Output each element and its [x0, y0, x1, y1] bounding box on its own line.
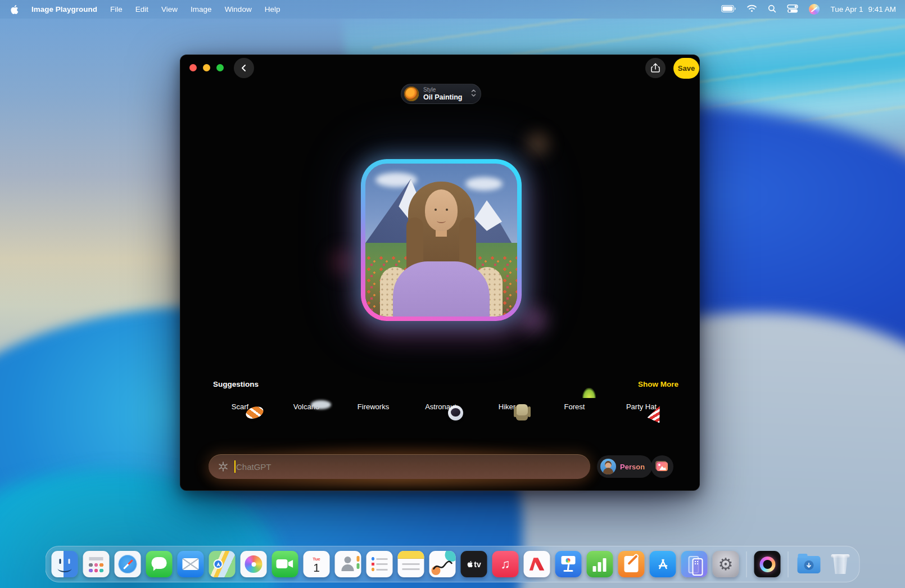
cloud [465, 177, 503, 191]
share-button[interactable] [645, 58, 666, 78]
search-icon[interactable] [768, 4, 776, 15]
suggestion-hiker[interactable]: Hiker [479, 398, 535, 411]
wifi-icon[interactable] [746, 4, 757, 14]
dock: Tue 1 tv ♫ ⚙ [46, 546, 860, 582]
suggestion-scarf[interactable]: Scarf [212, 398, 268, 411]
menu-image[interactable]: Image [191, 5, 212, 13]
window-minimize-button[interactable] [203, 64, 210, 71]
chevron-up-down-icon [471, 89, 476, 99]
calendar-day: 1 [313, 562, 320, 573]
dock-keynote-icon[interactable] [555, 551, 582, 577]
chevron-left-icon [240, 64, 248, 72]
text-caret [234, 460, 236, 473]
menu-edit[interactable]: Edit [135, 5, 148, 13]
download-arrow-icon [806, 562, 812, 569]
dock-reminders-icon[interactable] [366, 551, 393, 577]
menu-app-name[interactable]: Image Playground [31, 5, 97, 13]
suggestion-party-hat[interactable]: Party Hat [613, 398, 669, 411]
photos-icon [657, 462, 668, 471]
dock-safari-icon[interactable] [115, 551, 141, 577]
apple-menu-icon[interactable] [10, 4, 19, 15]
dock-facetime-icon[interactable] [272, 551, 298, 577]
control-center-icon[interactable] [787, 4, 798, 15]
person-chip-label: Person [620, 463, 645, 471]
dock-app-store-icon[interactable] [650, 551, 676, 577]
dock-messages-icon[interactable] [146, 551, 173, 577]
menu-clock[interactable]: Tue Apr 1 9:41 AM [830, 5, 896, 13]
dock-divider [788, 551, 789, 577]
canvas-sparkle [331, 249, 356, 275]
dock-maps-icon[interactable] [209, 551, 236, 577]
dock-contacts-icon[interactable] [335, 551, 361, 577]
dock-divider [746, 551, 747, 577]
menu-window[interactable]: Window [225, 5, 252, 13]
dock-downloads-icon[interactable] [796, 551, 822, 577]
style-picker-label: Style [423, 87, 467, 93]
dock-calendar-icon[interactable]: Tue 1 [304, 551, 330, 577]
dock-notes-icon[interactable] [398, 551, 424, 577]
apple-logo [467, 560, 473, 568]
prompt-field[interactable] [209, 454, 590, 479]
dock-finder-icon[interactable] [52, 551, 78, 577]
save-button[interactable]: Save [673, 58, 699, 79]
desktop: Image Playground File Edit View Image Wi… [0, 0, 905, 588]
person-avatar [600, 459, 616, 474]
prompt-input[interactable] [236, 462, 581, 472]
style-thumbnail-icon [404, 87, 419, 101]
dock-freeform-icon[interactable] [429, 551, 456, 577]
photo-picker-button[interactable] [651, 455, 673, 478]
image-playground-window: Save Style Oil Painting [180, 55, 700, 491]
dock-numbers-icon[interactable] [587, 551, 613, 577]
woman-face [425, 189, 458, 231]
style-picker-value: Oil Painting [423, 93, 467, 101]
show-more-button[interactable]: Show More [638, 380, 678, 388]
canvas-sparkle [522, 307, 547, 333]
dock-news-icon[interactable] [524, 551, 550, 577]
share-icon [651, 63, 660, 73]
generated-image-frame [361, 159, 522, 321]
battery-icon[interactable] [721, 5, 736, 14]
suggestion-astronaut[interactable]: Astronaut [413, 398, 469, 411]
dock-launchpad-icon[interactable] [83, 551, 110, 577]
dock-pages-icon[interactable] [618, 551, 645, 577]
image-playground-status-icon[interactable] [809, 4, 820, 15]
gear-icon: ⚙ [718, 556, 734, 573]
dock-mail-icon[interactable] [178, 551, 204, 577]
back-button[interactable] [234, 58, 254, 78]
dock-system-settings-icon[interactable]: ⚙ [713, 551, 739, 577]
dock-music-icon[interactable]: ♫ [492, 551, 519, 577]
purple-sweater [393, 261, 490, 316]
menu-bar: Image Playground File Edit View Image Wi… [0, 0, 905, 19]
menu-file[interactable]: File [110, 5, 123, 13]
menu-view[interactable]: View [161, 5, 178, 13]
suggestion-volcano[interactable]: Volcano [278, 398, 334, 411]
suggestion-fireworks[interactable]: Fireworks [345, 398, 401, 411]
dock-photos-icon[interactable] [241, 551, 267, 577]
dock-iphone-mirroring-icon[interactable] [681, 551, 708, 577]
dock-image-playground-icon[interactable] [754, 551, 781, 577]
clock-time: 9:41 AM [868, 5, 896, 13]
dock-trash-icon[interactable] [827, 551, 854, 577]
suggestions-title: Suggestions [213, 380, 259, 388]
window-close-button[interactable] [189, 64, 197, 71]
window-zoom-button[interactable] [216, 64, 224, 71]
dock-tv-icon[interactable]: tv [461, 551, 487, 577]
person-chip[interactable]: Person [597, 455, 652, 478]
menu-help[interactable]: Help [265, 5, 280, 13]
style-picker[interactable]: Style Oil Painting [401, 84, 481, 104]
generated-image[interactable] [365, 164, 517, 316]
clock-date: Tue Apr 1 [830, 5, 863, 13]
suggestion-forest[interactable]: Forest [546, 398, 603, 411]
chatgpt-icon [218, 461, 229, 472]
canvas-sparkle [526, 132, 550, 156]
